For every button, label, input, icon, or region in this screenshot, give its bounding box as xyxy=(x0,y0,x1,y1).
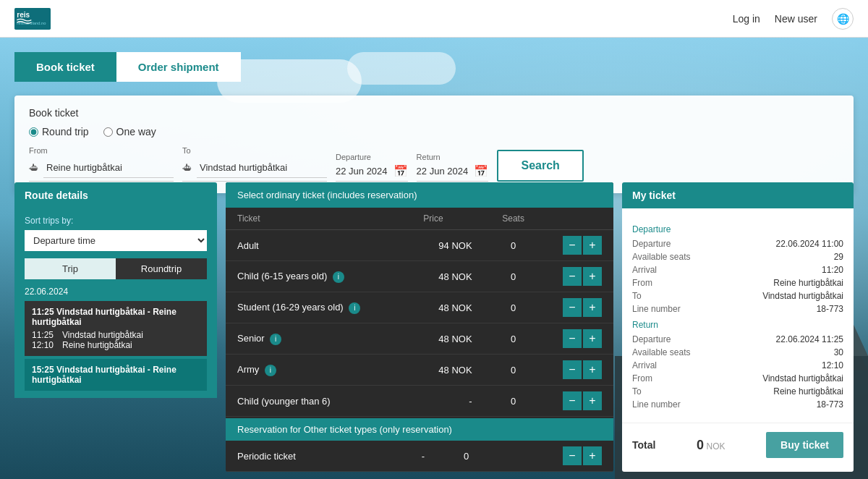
ticket-qty-3: − + xyxy=(540,323,613,355)
minus-btn-4[interactable]: − xyxy=(563,360,582,379)
ret-line-row: Line number 18-773 xyxy=(632,399,843,410)
ticket-row-0: Adult 94 NOK 0 − + xyxy=(226,230,613,261)
ferry-icon-from: ⛴ xyxy=(29,162,39,174)
dep-departure-val: 22.06.2024 11:00 xyxy=(776,239,843,249)
trip-item-2[interactable]: 15:25 Vindstad hurtigbåtkai - Reine hurt… xyxy=(25,359,207,391)
departure-calendar-icon[interactable]: 📅 xyxy=(393,164,408,178)
total-section: Total xyxy=(632,439,655,451)
new-user-link[interactable]: New user xyxy=(775,13,817,25)
language-button[interactable]: 🌐 xyxy=(832,8,854,30)
to-input-wrapper: ⛴ xyxy=(182,158,327,182)
trip-tab[interactable]: Trip xyxy=(25,258,116,279)
res-plus-btn-0[interactable]: + xyxy=(583,446,602,465)
info-icon-3[interactable]: i xyxy=(270,334,281,345)
ticket-qty-2: − + xyxy=(540,292,613,323)
info-icon-2[interactable]: i xyxy=(349,302,360,314)
ticket-name-1: Child (6-15 years old) i xyxy=(226,261,399,292)
trip-1-title: 11:25 Vindstad hurtigbåtkai - Reine hurt… xyxy=(32,307,200,327)
ret-seats-val: 30 xyxy=(834,347,843,357)
dep-departure-row: Departure 22.06.2024 11:00 xyxy=(632,239,843,249)
route-body: Sort trips by: Departure time Trip Round… xyxy=(14,208,217,398)
route-details-header: Route details xyxy=(14,182,217,208)
res-minus-btn-0[interactable]: − xyxy=(563,446,582,465)
plus-btn-5[interactable]: + xyxy=(583,391,602,410)
dep-seats-key: Available seats xyxy=(632,252,712,262)
minus-btn-5[interactable]: − xyxy=(563,391,582,410)
plus-btn-0[interactable]: + xyxy=(583,236,602,255)
dep-arrival-key: Arrival xyxy=(632,265,712,275)
logo-icon: reis reisnordland.no xyxy=(14,7,51,30)
dep-from-val: Reine hurtigbåtkai xyxy=(773,278,843,288)
ticket-price-2: 48 NOK xyxy=(399,292,487,323)
total-value: 0 xyxy=(697,438,704,452)
plus-btn-1[interactable]: + xyxy=(583,267,602,286)
dep-to-key: To xyxy=(632,291,712,301)
to-input[interactable] xyxy=(197,158,327,178)
ticket-footer: Total 0 NOK Buy ticket xyxy=(622,423,854,467)
res-name-0: Periodic ticket xyxy=(226,441,383,472)
order-shipment-tab[interactable]: Order shipment xyxy=(116,52,241,82)
plus-btn-3[interactable]: + xyxy=(583,329,602,348)
info-icon-4[interactable]: i xyxy=(265,365,276,376)
from-label: From xyxy=(29,146,174,155)
info-icon-1[interactable]: i xyxy=(333,271,344,283)
ret-arrival-row: Arrival 12:10 xyxy=(632,360,843,370)
ticket-price-1: 48 NOK xyxy=(399,261,487,292)
from-input-wrapper: ⛴ xyxy=(29,158,174,182)
ticket-seats-5: 0 xyxy=(487,386,540,417)
trip-1-time-2: 12:10 xyxy=(32,340,54,350)
reservation-table: Periodic ticket - 0 − + xyxy=(226,441,613,472)
cloud-decoration-2 xyxy=(347,52,456,85)
route-panel: Route details Sort trips by: Departure t… xyxy=(14,182,217,472)
hero-section: Book ticket Order shipment Book ticket R… xyxy=(0,38,868,479)
ticket-qty-5: − + xyxy=(540,386,613,417)
buy-ticket-button[interactable]: Buy ticket xyxy=(766,432,843,458)
ret-to-key: To xyxy=(632,386,712,397)
ticket-table: Ticket Price Seats Adult 94 NOK 0 − + xyxy=(226,208,613,417)
search-button[interactable]: Search xyxy=(497,150,584,182)
round-trip-option[interactable]: Round trip xyxy=(29,126,89,137)
roundtrip-tab[interactable]: Roundtrip xyxy=(116,258,207,279)
minus-btn-1[interactable]: − xyxy=(563,267,582,286)
minus-btn-0[interactable]: − xyxy=(563,236,582,255)
login-link[interactable]: Log in xyxy=(733,13,760,25)
ret-arrival-val: 12:10 xyxy=(822,360,843,370)
plus-btn-4[interactable]: + xyxy=(583,360,602,379)
trip-item-1[interactable]: 11:25 Vindstad hurtigbåtkai - Reine hurt… xyxy=(25,301,207,356)
ticket-row-1: Child (6-15 years old) i 48 NOK 0 − + xyxy=(226,261,613,292)
departure-date-field: 22 Jun 2024 📅 xyxy=(336,164,408,182)
departure-section-label: Departure xyxy=(632,224,843,234)
minus-btn-2[interactable]: − xyxy=(563,298,582,317)
ticket-name-5: Child (younger than 6) xyxy=(226,386,399,417)
book-ticket-tab[interactable]: Book ticket xyxy=(14,52,116,82)
departure-label: Departure xyxy=(336,153,408,161)
ticket-name-4: Army i xyxy=(226,355,399,386)
ordinary-ticket-header: Select ordinary ticket (includes reserva… xyxy=(226,182,613,208)
dep-from-key: From xyxy=(632,278,712,288)
trip-1-time-1: 11:25 xyxy=(32,330,54,340)
ticket-name-3: Senior i xyxy=(226,323,399,355)
dep-departure-key: Departure xyxy=(632,239,712,249)
minus-btn-3[interactable]: − xyxy=(563,329,582,348)
departure-date-value: 22 Jun 2024 xyxy=(336,166,388,177)
trip-type-selector: Round trip One way xyxy=(29,126,839,137)
total-currency: NOK xyxy=(707,441,726,452)
dep-from-row: From Reine hurtigbåtkai xyxy=(632,278,843,288)
my-ticket-panel: My ticket Departure Departure 22.06.2024… xyxy=(622,182,854,472)
ticket-qty-0: − + xyxy=(540,230,613,261)
trip-date: 22.06.2024 xyxy=(25,287,207,297)
sort-select[interactable]: Departure time xyxy=(25,230,207,251)
my-ticket-header: My ticket xyxy=(622,182,854,208)
return-calendar-icon[interactable]: 📅 xyxy=(474,164,488,178)
one-way-option[interactable]: One way xyxy=(103,126,156,137)
logo: reis reisnordland.no xyxy=(14,7,51,30)
dep-seats-row: Available seats 29 xyxy=(632,252,843,262)
return-date-value: 22 Jun 2024 xyxy=(417,166,469,177)
ticket-seats-0: 0 xyxy=(487,230,540,261)
ret-departure-row: Departure 22.06.2024 11:25 xyxy=(632,334,843,344)
from-input[interactable] xyxy=(43,158,174,178)
plus-btn-2[interactable]: + xyxy=(583,298,602,317)
to-label: To xyxy=(182,146,327,155)
header: reis reisnordland.no Log in New user 🌐 xyxy=(0,0,868,38)
ret-line-key: Line number xyxy=(632,399,712,410)
